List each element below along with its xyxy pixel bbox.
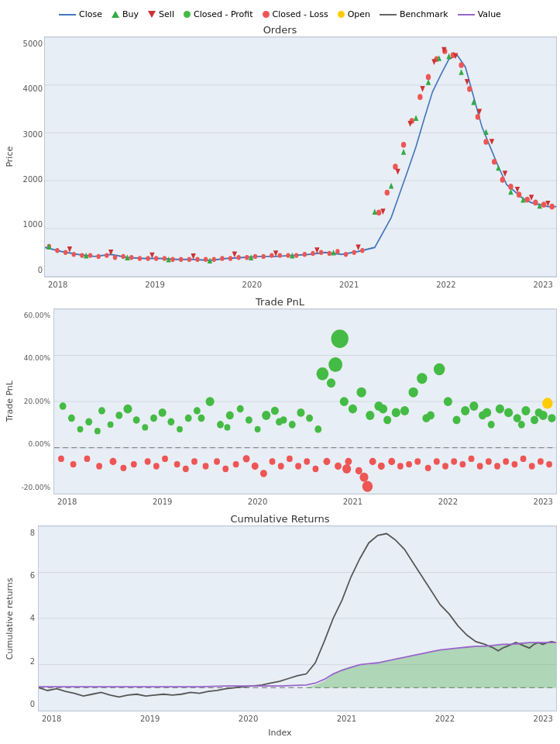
svg-point-33 bbox=[270, 253, 273, 257]
svg-point-8 bbox=[64, 250, 67, 255]
svg-point-122 bbox=[108, 421, 114, 427]
svg-point-175 bbox=[198, 414, 204, 422]
svg-point-117 bbox=[60, 402, 67, 410]
svg-point-192 bbox=[153, 463, 160, 469]
svg-point-25 bbox=[204, 257, 208, 262]
svg-point-216 bbox=[362, 480, 373, 491]
svg-point-221 bbox=[406, 461, 412, 467]
svg-point-145 bbox=[317, 367, 329, 381]
svg-point-9 bbox=[72, 252, 76, 257]
legend-close-label: Close bbox=[79, 9, 102, 19]
svg-point-24 bbox=[195, 257, 199, 262]
svg-point-59 bbox=[492, 159, 496, 165]
svg-marker-96 bbox=[356, 244, 360, 250]
pnl-panel: Trade PnL Trade PnL -20.00% 0.00% 20.00%… bbox=[3, 294, 557, 494]
orders-panel: Orders Price 0 1000 2000 3000 4000 5000 bbox=[3, 22, 557, 277]
svg-point-118 bbox=[68, 414, 75, 422]
svg-point-184 bbox=[58, 455, 64, 461]
buy-icon bbox=[112, 11, 119, 18]
svg-point-124 bbox=[123, 404, 132, 413]
legend: Close Buy Sell Closed - Profit Closed - … bbox=[3, 6, 557, 22]
svg-point-46 bbox=[385, 190, 390, 196]
svg-point-195 bbox=[183, 465, 189, 471]
svg-point-43 bbox=[352, 250, 356, 255]
pnl-yticks: -20.00% 0.00% 20.00% 40.00% 60.00% bbox=[16, 308, 50, 494]
svg-marker-91 bbox=[149, 253, 154, 259]
svg-point-156 bbox=[400, 406, 409, 415]
svg-marker-79 bbox=[426, 79, 431, 85]
svg-point-237 bbox=[546, 461, 552, 467]
svg-point-179 bbox=[379, 404, 387, 413]
svg-point-185 bbox=[70, 461, 77, 467]
svg-point-132 bbox=[194, 407, 201, 415]
svg-point-19 bbox=[154, 256, 158, 260]
svg-point-171 bbox=[531, 415, 538, 424]
svg-point-190 bbox=[131, 461, 137, 467]
pnl-y-label: Trade PnL bbox=[3, 308, 16, 494]
cumret-panel: Cumulative Returns Cumulative returns 0 … bbox=[3, 512, 557, 711]
x-axis-label: Index bbox=[3, 727, 557, 741]
legend-closed-loss: Closed - Loss bbox=[263, 9, 328, 19]
svg-marker-244 bbox=[307, 642, 556, 687]
svg-point-191 bbox=[145, 458, 151, 464]
svg-point-181 bbox=[483, 408, 491, 417]
svg-point-170 bbox=[521, 406, 530, 415]
svg-marker-93 bbox=[232, 251, 237, 257]
svg-point-48 bbox=[401, 142, 406, 148]
svg-point-37 bbox=[303, 252, 307, 257]
svg-point-193 bbox=[162, 455, 168, 461]
closed-loss-dots bbox=[47, 48, 555, 262]
legend-closed-profit: Closed - Profit bbox=[184, 9, 253, 19]
svg-point-209 bbox=[312, 465, 318, 471]
pnl-y-wrapper: Trade PnL -20.00% 0.00% 20.00% 40.00% 60… bbox=[3, 308, 557, 494]
legend-value-label: Value bbox=[478, 9, 501, 19]
cumret-y-wrapper: Cumulative returns 0 2 4 6 8 bbox=[3, 525, 557, 711]
svg-marker-74 bbox=[331, 250, 335, 256]
svg-point-220 bbox=[397, 463, 404, 469]
svg-point-151 bbox=[366, 411, 374, 420]
svg-point-235 bbox=[529, 463, 535, 469]
svg-point-231 bbox=[494, 463, 500, 469]
benchmark-icon bbox=[380, 14, 397, 16]
svg-point-149 bbox=[349, 404, 357, 413]
svg-point-205 bbox=[278, 463, 284, 469]
svg-point-203 bbox=[260, 470, 267, 477]
svg-point-125 bbox=[133, 416, 140, 424]
svg-point-14 bbox=[113, 255, 117, 260]
svg-point-144 bbox=[306, 414, 313, 422]
svg-point-40 bbox=[328, 251, 332, 256]
svg-point-130 bbox=[177, 425, 183, 432]
orders-svg bbox=[45, 37, 556, 277]
closed-profit-icon bbox=[184, 11, 191, 18]
svg-point-204 bbox=[270, 458, 276, 464]
svg-point-213 bbox=[356, 467, 362, 474]
svg-point-207 bbox=[295, 463, 301, 469]
legend-benchmark-label: Benchmark bbox=[400, 9, 448, 19]
svg-point-227 bbox=[459, 461, 466, 467]
pnl-title: Trade PnL bbox=[3, 294, 557, 308]
legend-closed-profit-label: Closed - Profit bbox=[194, 9, 253, 19]
svg-point-134 bbox=[217, 421, 224, 429]
cumret-chart-area-wrapper: 0 2 4 6 8 bbox=[16, 525, 557, 711]
profit-pnl-dots bbox=[60, 329, 556, 434]
svg-point-174 bbox=[94, 428, 101, 434]
svg-point-16 bbox=[129, 255, 133, 260]
legend-buy-label: Buy bbox=[122, 9, 139, 19]
svg-point-176 bbox=[225, 424, 231, 430]
legend-buy: Buy bbox=[112, 9, 139, 19]
svg-point-155 bbox=[332, 329, 349, 348]
svg-point-198 bbox=[214, 458, 220, 464]
svg-point-56 bbox=[467, 86, 472, 92]
pnl-chart-area-wrapper: -20.00% 0.00% 20.00% 40.00% 60.00% bbox=[16, 308, 557, 494]
loss-pnl-dots bbox=[58, 455, 552, 492]
svg-point-186 bbox=[84, 455, 91, 461]
svg-point-197 bbox=[203, 463, 209, 469]
svg-point-226 bbox=[451, 458, 457, 464]
svg-point-215 bbox=[342, 464, 351, 474]
svg-point-57 bbox=[476, 114, 480, 120]
svg-point-127 bbox=[150, 414, 157, 422]
svg-point-177 bbox=[276, 418, 283, 425]
svg-marker-98 bbox=[395, 169, 400, 175]
svg-marker-82 bbox=[459, 69, 463, 75]
svg-point-225 bbox=[442, 463, 448, 469]
